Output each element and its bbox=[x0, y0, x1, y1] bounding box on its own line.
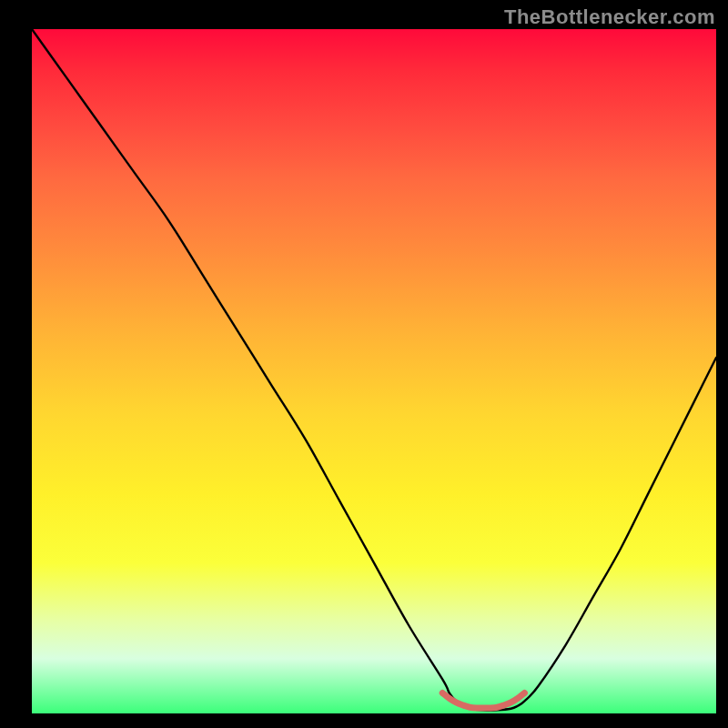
bottleneck-curve bbox=[32, 29, 716, 710]
chart-frame: TheBottlenecker.com bbox=[0, 0, 728, 728]
sweet-spot-band bbox=[442, 693, 524, 708]
chart-svg bbox=[0, 0, 728, 728]
